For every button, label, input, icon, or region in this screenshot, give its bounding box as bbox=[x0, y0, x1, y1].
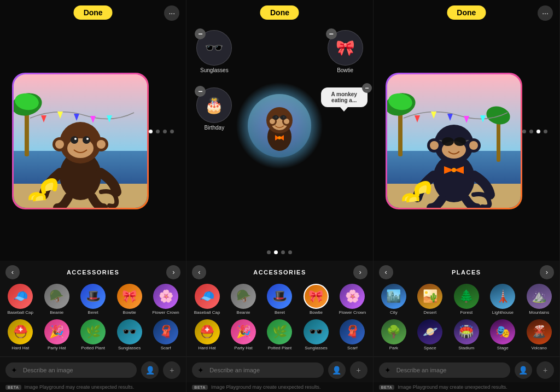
place-circle-desert: 🏜️ bbox=[417, 284, 442, 309]
panel-2: Done 🕶️ − Sunglasses 🎀 − Bowtie 🎂 − Birt… bbox=[186, 0, 373, 392]
accessory-baseball-cap[interactable]: 🧢 Baseball Cap bbox=[3, 283, 37, 317]
done-button-1[interactable]: Done bbox=[74, 5, 113, 20]
accessory-hard-hat[interactable]: ⛑️ Hard Hat bbox=[3, 318, 37, 352]
place-stadium[interactable]: 🏟️ Stadium bbox=[450, 318, 483, 352]
person-button-3[interactable]: 👤 bbox=[515, 361, 532, 379]
bottom-bar-1: ✦ Describe an image 👤 + bbox=[0, 356, 186, 382]
beta-text-1: Image Playground may create unexpected r… bbox=[25, 384, 135, 390]
accessory-label-hard-hat: Hard Hat bbox=[11, 346, 29, 351]
accessory-potted-plant-2[interactable]: 🌿 Potted Plant bbox=[262, 318, 296, 352]
place-label-park: Park bbox=[389, 346, 398, 351]
place-circle-stadium: 🏟️ bbox=[454, 319, 479, 344]
accessory-label-party-hat-2: Party Hat bbox=[234, 346, 252, 351]
person-button-1[interactable]: 👤 bbox=[141, 361, 159, 379]
accessory-sunglasses-2[interactable]: 🕶️ Sunglasses bbox=[299, 318, 333, 352]
accessory-potted-plant-1[interactable]: 🌿 Potted Plant bbox=[76, 318, 110, 352]
place-forest[interactable]: 🌲 Forest bbox=[450, 283, 483, 317]
done-button-3[interactable]: Done bbox=[447, 5, 486, 20]
monkey-image-inner-1 bbox=[14, 74, 147, 208]
svg-point-63 bbox=[452, 168, 456, 172]
place-lighthouse[interactable]: 🗼 Lighthouse bbox=[486, 283, 520, 317]
accessory-circle-potted-plant-1: 🌿 bbox=[80, 319, 106, 344]
svg-point-58 bbox=[430, 141, 439, 150]
center-monkey-svg bbox=[247, 87, 312, 164]
prev-arrow-2[interactable]: ‹ bbox=[192, 265, 206, 279]
dot-3-1 bbox=[522, 130, 526, 133]
speech-bubble-2: A monkey eating a... − bbox=[321, 87, 368, 107]
floating-sunglasses-label: Sunglasses bbox=[200, 67, 229, 73]
accessory-flower-crown[interactable]: 🌸 Flower Crown bbox=[149, 283, 183, 317]
accessory-circle-flower-crown-2: 🌸 bbox=[340, 284, 365, 309]
image-area-3: Done ··· bbox=[374, 0, 559, 261]
accessory-circle-beanie: 🪖 bbox=[44, 284, 69, 309]
accessory-bowtie-2[interactable]: 🎀 Bowtie bbox=[299, 283, 333, 317]
floating-sunglasses[interactable]: 🕶️ − Sunglasses bbox=[196, 30, 232, 73]
monkey-svg-3 bbox=[387, 74, 521, 208]
place-mountains[interactable]: ⛰️ Mountains bbox=[522, 283, 556, 317]
accessory-sunglasses-1[interactable]: 🕶️ Sunglasses bbox=[112, 318, 146, 352]
dot-1-4 bbox=[170, 130, 174, 133]
person-button-2[interactable]: 👤 bbox=[328, 361, 346, 379]
accessory-beanie[interactable]: 🪖 Beanie bbox=[39, 283, 73, 317]
accessory-scarf-2[interactable]: 🧣 Scarf bbox=[335, 318, 369, 352]
place-label-forest: Forest bbox=[460, 310, 472, 315]
describe-input-1[interactable]: Describe an image bbox=[5, 362, 137, 378]
plus-button-2[interactable]: + bbox=[350, 361, 368, 379]
svg-point-15 bbox=[83, 136, 90, 144]
accessory-party-hat-1[interactable]: 🎉 Party Hat bbox=[39, 318, 73, 352]
more-button-1[interactable]: ··· bbox=[164, 5, 179, 21]
minus-icon-speech[interactable]: − bbox=[362, 83, 372, 93]
accessory-beret-2[interactable]: 🎩 Beret bbox=[262, 283, 296, 317]
next-arrow-1[interactable]: › bbox=[166, 265, 180, 279]
accessory-baseball-cap-2[interactable]: 🧢 Baseball Cap bbox=[190, 283, 224, 317]
accessory-flower-crown-2[interactable]: 🌸 Flower Crown bbox=[335, 283, 369, 317]
place-desert[interactable]: 🏜️ Desert bbox=[413, 283, 447, 317]
place-label-stadium: Stadium bbox=[458, 346, 474, 351]
accessory-hard-hat-2[interactable]: ⛑️ Hard Hat bbox=[190, 318, 224, 352]
place-circle-city: 🏙️ bbox=[381, 284, 406, 309]
svg-point-38 bbox=[278, 136, 281, 139]
image-area-1: Done ··· bbox=[0, 0, 186, 261]
minus-icon-birthday[interactable]: − bbox=[195, 86, 206, 97]
minus-icon-sunglasses[interactable]: − bbox=[195, 28, 206, 39]
monkey-svg-1 bbox=[14, 74, 147, 208]
accessory-bowtie[interactable]: 🎀 Bowtie bbox=[112, 283, 146, 317]
sparkle-icon-1: ✦ bbox=[11, 366, 18, 375]
accessory-scarf-1[interactable]: 🧣 Scarf bbox=[149, 318, 183, 352]
minus-icon-bowtie[interactable]: − bbox=[326, 28, 337, 39]
accessory-beanie-2[interactable]: 🪖 Beanie bbox=[226, 283, 260, 317]
prev-arrow-3[interactable]: ‹ bbox=[379, 265, 393, 279]
place-volcano[interactable]: 🌋 Volcano bbox=[522, 318, 556, 352]
plus-button-1[interactable]: + bbox=[163, 361, 180, 379]
dot-3-2 bbox=[529, 130, 533, 133]
place-city[interactable]: 🏙️ City bbox=[377, 283, 411, 317]
beta-notice-1: BETA Image Playground may create unexpec… bbox=[0, 382, 186, 392]
floating-bowtie[interactable]: 🎀 − Bowtie bbox=[328, 30, 363, 73]
accessories-grid-row2-1: ⛑️ Hard Hat 🎉 Party Hat 🌿 Potted Plant 🕶… bbox=[0, 318, 186, 354]
accessories-section-2: ‹ ACCESSORIES › 🧢 Baseball Cap 🪖 Beanie … bbox=[186, 261, 372, 356]
place-park[interactable]: 🌳 Park bbox=[377, 318, 411, 352]
accessory-circle-flower-crown: 🌸 bbox=[153, 284, 178, 309]
floating-birthday[interactable]: 🎂 − Birthday bbox=[196, 87, 232, 131]
accessory-party-hat-2[interactable]: 🎉 Party Hat bbox=[226, 318, 260, 352]
accessory-circle-beret-2: 🎩 bbox=[267, 284, 292, 309]
plus-button-3[interactable]: + bbox=[536, 361, 554, 379]
accessory-circle-scarf-1: 🧣 bbox=[153, 319, 178, 344]
place-space[interactable]: 🪐 Space bbox=[413, 318, 447, 352]
dot-1-3 bbox=[163, 130, 167, 133]
sparkle-icon-3: ✦ bbox=[384, 366, 391, 375]
prev-arrow-1[interactable]: ‹ bbox=[5, 265, 20, 279]
accessory-beret[interactable]: 🎩 Beret bbox=[76, 283, 110, 317]
page-dots-2 bbox=[267, 246, 292, 256]
sparkle-icon-2: ✦ bbox=[197, 366, 204, 375]
next-arrow-3[interactable]: › bbox=[540, 265, 554, 279]
more-button-3[interactable]: ··· bbox=[538, 5, 553, 21]
accessory-label-beanie: Beanie bbox=[50, 310, 63, 315]
places-grid-row2: 🌳 Park 🪐 Space 🏟️ Stadium 🎭 Stage 🌋 Volc… bbox=[374, 318, 559, 354]
done-button-2[interactable]: Done bbox=[260, 5, 299, 20]
describe-input-3[interactable]: Describe an image bbox=[379, 362, 510, 378]
next-arrow-2[interactable]: › bbox=[353, 265, 368, 279]
describe-input-2[interactable]: Describe an image bbox=[192, 362, 323, 378]
place-circle-park: 🌳 bbox=[381, 319, 406, 344]
place-stage[interactable]: 🎭 Stage bbox=[486, 318, 520, 352]
